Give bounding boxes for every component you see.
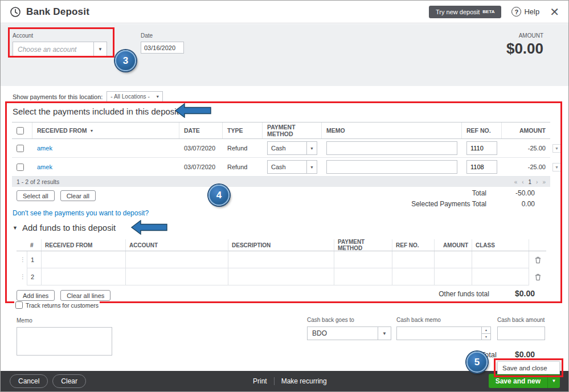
- select-all-checkbox[interactable]: [17, 127, 24, 134]
- column-num: #: [27, 239, 42, 251]
- selection-buttons: Select all Clear all: [17, 190, 96, 201]
- cash-back-memo-input[interactable]: [397, 327, 481, 340]
- page-last-button[interactable]: »: [542, 179, 546, 185]
- funds-buttons: Add lines Clear all lines: [17, 290, 110, 301]
- class-cell[interactable]: [472, 268, 529, 285]
- select-all-checkbox-cell: [12, 122, 32, 138]
- payment-method-cell[interactable]: [334, 251, 392, 268]
- ref-no-cell: [462, 158, 502, 176]
- payment-method-select[interactable]: Cash ▼: [267, 160, 317, 174]
- footer-bar: Cancel Clear Print Make recurring: [1, 371, 568, 391]
- make-recurring-button[interactable]: Make recurring: [281, 377, 327, 385]
- payment-row-2: amek 03/07/2020 Refund Cash ▼ -25.00 ▼: [12, 158, 550, 177]
- payment-amount: -25.00: [502, 139, 550, 157]
- ref-no-cell[interactable]: [392, 251, 435, 268]
- payment-row-checkbox[interactable]: [17, 164, 24, 171]
- stepper-up-icon[interactable]: ▲: [482, 327, 490, 333]
- select-all-button[interactable]: Select all: [17, 190, 55, 201]
- payments-section-title: Select the payments included in this dep…: [13, 107, 179, 116]
- payer-link[interactable]: amek: [37, 164, 52, 170]
- amount-label: AMOUNT: [506, 32, 543, 39]
- memo-textarea[interactable]: [17, 327, 112, 356]
- row-more-dropdown-icon[interactable]: ▼: [552, 163, 561, 172]
- cash-back-goes-to-group: Cash back goes to BDO ▼: [307, 317, 391, 340]
- ref-no-input[interactable]: [466, 141, 497, 155]
- received-from-cell[interactable]: [42, 268, 126, 285]
- amount-cell[interactable]: [435, 268, 472, 285]
- add-lines-button[interactable]: Add lines: [17, 290, 55, 301]
- payment-row-checkbox[interactable]: [17, 145, 24, 152]
- page-first-button[interactable]: «: [514, 179, 518, 185]
- other-funds-total-value: $0.00: [515, 289, 535, 298]
- ref-no-cell[interactable]: [392, 268, 435, 285]
- annotation-arrow-icon: [175, 103, 211, 118]
- payment-method-value: Cash: [268, 145, 306, 152]
- print-button[interactable]: Print: [253, 377, 267, 385]
- payments-table-header: RECEIVED FROM▼ DATE TYPE PAYMENT METHOD …: [12, 122, 550, 139]
- chevron-down-icon: ▼: [306, 142, 317, 154]
- location-select[interactable]: - All Locations - ▼: [107, 91, 162, 102]
- ref-no-input[interactable]: [466, 160, 497, 174]
- amount-cell[interactable]: [435, 251, 472, 268]
- dont-see-payments-link[interactable]: Don't see the payments you want to depos…: [13, 209, 149, 217]
- memo-cell: [322, 158, 462, 176]
- row-checkbox-cell: [12, 139, 32, 157]
- close-icon[interactable]: ✕: [550, 6, 559, 18]
- ref-no-cell: [462, 139, 502, 157]
- cash-back-goes-to-select[interactable]: BDO ▼: [307, 326, 391, 340]
- save-and-new-button[interactable]: Save and new: [489, 374, 547, 388]
- description-cell[interactable]: [228, 268, 334, 285]
- cash-back-goes-to-value: BDO: [308, 329, 378, 337]
- drag-handle-icon: ⋮⋮: [20, 274, 27, 280]
- payment-method-cell: Cash ▼: [263, 139, 322, 157]
- page-prev-button[interactable]: ‹: [522, 179, 523, 185]
- memo-input[interactable]: [326, 141, 457, 155]
- memo-label: Memo: [17, 317, 112, 324]
- account-cell[interactable]: [126, 268, 228, 285]
- total-value: -50.00: [486, 189, 535, 197]
- column-amount: AMOUNT: [502, 122, 550, 138]
- cash-back-amount-group: Cash back amount: [497, 317, 545, 340]
- clear-all-button[interactable]: Clear all: [60, 190, 96, 201]
- cash-back-amount-input[interactable]: [497, 326, 545, 340]
- cancel-button[interactable]: Cancel: [10, 374, 48, 388]
- track-returns-checkbox[interactable]: [15, 301, 23, 309]
- payment-method-cell[interactable]: [334, 268, 392, 285]
- account-select[interactable]: Choose an account ▼: [13, 42, 107, 57]
- date-input[interactable]: [141, 42, 184, 54]
- save-and-close-menu-item[interactable]: Save and close: [497, 361, 560, 374]
- drag-column: [17, 239, 27, 251]
- column-received-from[interactable]: RECEIVED FROM▼: [32, 122, 179, 138]
- drag-handle[interactable]: ⋮⋮: [17, 251, 27, 268]
- payment-type: Refund: [223, 158, 263, 176]
- payment-method-value: Cash: [268, 164, 306, 170]
- description-cell[interactable]: [228, 251, 334, 268]
- clear-all-lines-button[interactable]: Clear all lines: [60, 290, 110, 301]
- track-returns-label: Track returns for customers: [26, 302, 99, 309]
- save-options-caret-icon[interactable]: ▼: [547, 374, 560, 388]
- trash-icon[interactable]: [533, 268, 543, 285]
- bank-deposit-window: Bank Deposit Try new deposit BETA ? Help…: [0, 0, 569, 392]
- account-cell[interactable]: [126, 251, 228, 268]
- drag-handle[interactable]: ⋮⋮: [17, 268, 27, 285]
- payment-row-1: amek 03/07/2020 Refund Cash ▼ -25.00 ▼: [12, 139, 550, 158]
- help-button[interactable]: ? Help: [511, 7, 539, 17]
- memo-input[interactable]: [326, 160, 457, 174]
- other-funds-total: Other funds total $0.00: [439, 289, 535, 298]
- page-next-button[interactable]: ›: [536, 179, 538, 185]
- trash-icon[interactable]: [533, 251, 543, 268]
- add-funds-toggle[interactable]: ▼ Add funds to this deposit: [13, 223, 116, 232]
- column-ref-no: REF NO.: [392, 239, 435, 251]
- location-select-value: - All Locations -: [107, 93, 153, 100]
- received-from-cell[interactable]: [42, 251, 126, 268]
- try-new-deposit-button[interactable]: Try new deposit BETA: [429, 6, 501, 18]
- stepper-down-icon[interactable]: ▼: [482, 333, 490, 340]
- payer-link[interactable]: amek: [37, 145, 52, 152]
- page-number[interactable]: 1: [529, 179, 532, 185]
- row-more-dropdown-icon[interactable]: ▼: [552, 144, 561, 153]
- clear-button[interactable]: Clear: [52, 374, 86, 388]
- payment-method-select[interactable]: Cash ▼: [267, 141, 317, 155]
- cash-back-memo-field: ▲ ▼: [396, 326, 491, 340]
- class-cell[interactable]: [472, 251, 529, 268]
- column-ref-no: REF NO.: [462, 122, 502, 138]
